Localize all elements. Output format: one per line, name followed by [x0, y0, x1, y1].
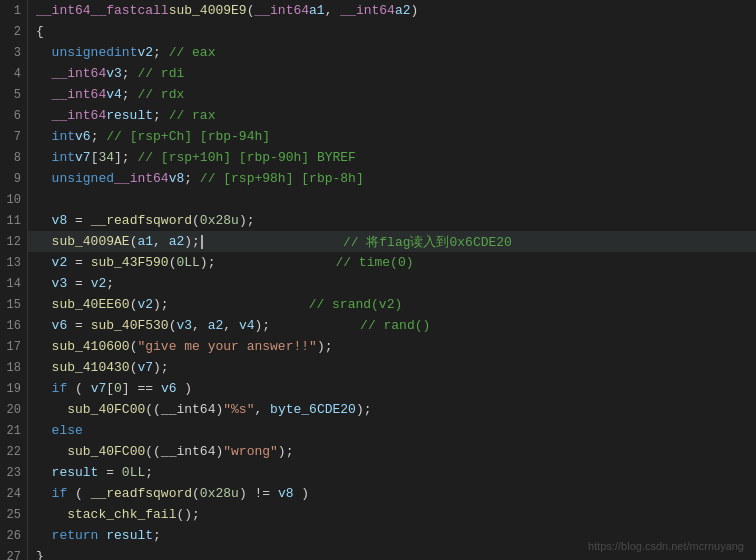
line-number-19: 19	[0, 378, 28, 399]
line-number-8: 8	[0, 147, 28, 168]
code-line-17: 17 sub_410600("give me your answer!!");	[0, 336, 756, 357]
line-number-15: 15	[0, 294, 28, 315]
line-content-15: sub_40EE60(v2);// srand(v2)	[28, 297, 756, 312]
code-line-14: 14 v3 = v2;	[0, 273, 756, 294]
line-number-22: 22	[0, 441, 28, 462]
line-number-5: 5	[0, 84, 28, 105]
line-number-14: 14	[0, 273, 28, 294]
line-number-7: 7	[0, 126, 28, 147]
line-content-16: v6 = sub_40F530(v3, a2, v4);// rand()	[28, 318, 756, 333]
line-content-5: __int64 v4; // rdx	[28, 87, 756, 102]
line-number-20: 20	[0, 399, 28, 420]
code-line-16: 16 v6 = sub_40F530(v3, a2, v4);// rand()	[0, 315, 756, 336]
line-content-23: result = 0LL;	[28, 465, 756, 480]
line-number-25: 25	[0, 504, 28, 525]
code-line-13: 13 v2 = sub_43F590(0LL);// time(0)	[0, 252, 756, 273]
code-line-2: 2{	[0, 21, 756, 42]
code-line-1: 1__int64 __fastcall sub_4009E9(__int64 a…	[0, 0, 756, 21]
code-line-22: 22 sub_40FC00((__int64)"wrong");	[0, 441, 756, 462]
line-content-3: unsigned int v2; // eax	[28, 45, 756, 60]
line-content-11: v8 = __readfsqword(0x28u);	[28, 213, 756, 228]
line-content-20: sub_40FC00((__int64)"%s", byte_6CDE20);	[28, 402, 756, 417]
line-content-7: int v6; // [rsp+Ch] [rbp-94h]	[28, 129, 756, 144]
line-number-12: 12	[0, 231, 28, 252]
line-number-21: 21	[0, 420, 28, 441]
line-content-2: {	[28, 24, 756, 39]
line-content-24: if ( __readfsqword(0x28u) != v8 )	[28, 486, 756, 501]
line-content-4: __int64 v3; // rdi	[28, 66, 756, 81]
code-line-19: 19 if ( v7[0] == v6 )	[0, 378, 756, 399]
code-line-6: 6 __int64 result; // rax	[0, 105, 756, 126]
code-line-21: 21 else	[0, 420, 756, 441]
line-number-1: 1	[0, 0, 28, 21]
code-line-9: 9 unsigned __int64 v8; // [rsp+98h] [rbp…	[0, 168, 756, 189]
line-number-3: 3	[0, 42, 28, 63]
line-number-17: 17	[0, 336, 28, 357]
code-line-11: 11 v8 = __readfsqword(0x28u);	[0, 210, 756, 231]
line-content-12: sub_4009AE(a1, a2);// 将flag读入到0x6CDE20	[28, 233, 756, 251]
code-line-12: 12 sub_4009AE(a1, a2);// 将flag读入到0x6CDE2…	[0, 231, 756, 252]
line-content-6: __int64 result; // rax	[28, 108, 756, 123]
line-content-18: sub_410430(v7);	[28, 360, 756, 375]
line-number-16: 16	[0, 315, 28, 336]
code-line-7: 7 int v6; // [rsp+Ch] [rbp-94h]	[0, 126, 756, 147]
code-line-8: 8 int v7[34]; // [rsp+10h] [rbp-90h] BYR…	[0, 147, 756, 168]
code-line-15: 15 sub_40EE60(v2);// srand(v2)	[0, 294, 756, 315]
line-content-8: int v7[34]; // [rsp+10h] [rbp-90h] BYREF	[28, 150, 756, 165]
code-line-10: 10	[0, 189, 756, 210]
line-content-22: sub_40FC00((__int64)"wrong");	[28, 444, 756, 459]
line-content-21: else	[28, 423, 756, 438]
line-content-9: unsigned __int64 v8; // [rsp+98h] [rbp-8…	[28, 171, 756, 186]
code-line-3: 3 unsigned int v2; // eax	[0, 42, 756, 63]
line-number-2: 2	[0, 21, 28, 42]
code-line-18: 18 sub_410430(v7);	[0, 357, 756, 378]
line-content-1: __int64 __fastcall sub_4009E9(__int64 a1…	[28, 3, 756, 18]
code-line-24: 24 if ( __readfsqword(0x28u) != v8 )	[0, 483, 756, 504]
line-number-4: 4	[0, 63, 28, 84]
line-number-18: 18	[0, 357, 28, 378]
code-line-4: 4 __int64 v3; // rdi	[0, 63, 756, 84]
line-number-11: 11	[0, 210, 28, 231]
line-number-6: 6	[0, 105, 28, 126]
line-number-13: 13	[0, 252, 28, 273]
code-line-25: 25 stack_chk_fail();	[0, 504, 756, 525]
watermark: https://blog.csdn.net/mcrnuyang	[588, 540, 744, 552]
line-content-19: if ( v7[0] == v6 )	[28, 381, 756, 396]
line-content-17: sub_410600("give me your answer!!");	[28, 339, 756, 354]
code-line-5: 5 __int64 v4; // rdx	[0, 84, 756, 105]
line-content-25: stack_chk_fail();	[28, 507, 756, 522]
line-number-26: 26	[0, 525, 28, 546]
line-number-10: 10	[0, 189, 28, 210]
line-number-27: 27	[0, 546, 28, 560]
line-number-9: 9	[0, 168, 28, 189]
line-number-24: 24	[0, 483, 28, 504]
line-content-14: v3 = v2;	[28, 276, 756, 291]
code-line-23: 23 result = 0LL;	[0, 462, 756, 483]
code-container: 1__int64 __fastcall sub_4009E9(__int64 a…	[0, 0, 756, 560]
code-line-20: 20 sub_40FC00((__int64)"%s", byte_6CDE20…	[0, 399, 756, 420]
line-number-23: 23	[0, 462, 28, 483]
line-content-13: v2 = sub_43F590(0LL);// time(0)	[28, 255, 756, 270]
